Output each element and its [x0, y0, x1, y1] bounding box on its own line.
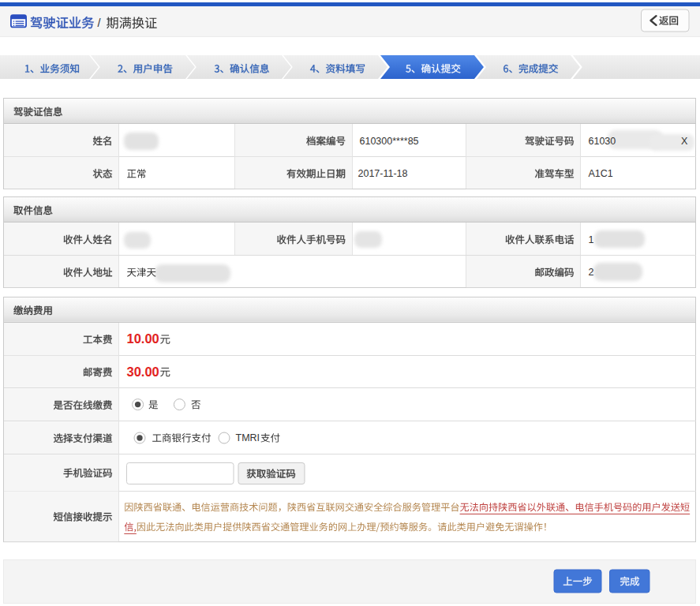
svg-text:610300****85: 610300****85	[360, 136, 419, 147]
svg-text:10.00: 10.00	[127, 331, 159, 346]
svg-text:TMRI: TMRI	[236, 432, 260, 443]
svg-text:30.00: 30.00	[127, 365, 159, 379]
svg-text:X: X	[681, 136, 688, 147]
svg-text:2017-11-18: 2017-11-18	[358, 168, 408, 179]
svg-text:A1C1: A1C1	[589, 168, 613, 179]
svg-text:2: 2	[589, 267, 594, 278]
svg-text:61030: 61030	[589, 136, 616, 147]
svg-text:1: 1	[589, 234, 594, 245]
